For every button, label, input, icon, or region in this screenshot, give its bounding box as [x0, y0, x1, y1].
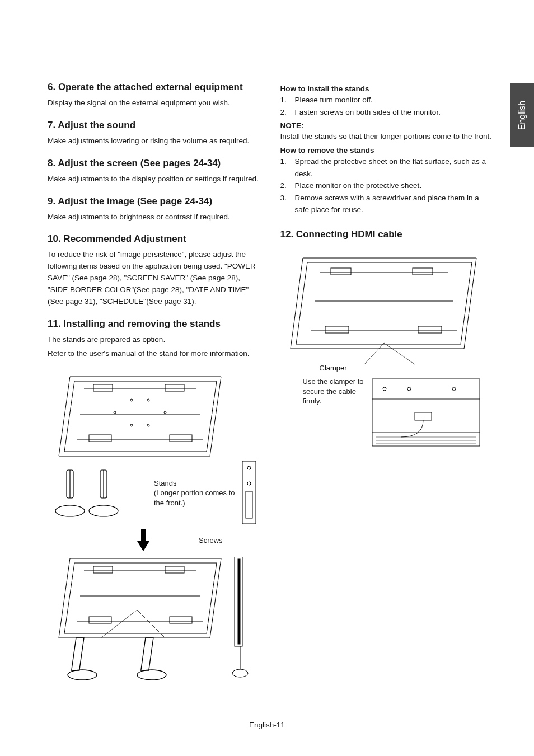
- section-10-body: To reduce the risk of "image persistence…: [48, 249, 263, 308]
- svg-rect-5: [93, 384, 113, 391]
- svg-point-61: [452, 387, 456, 391]
- svg-point-11: [130, 424, 133, 426]
- stands-figure: Stands (Longer portion comes to the fron…: [48, 372, 263, 685]
- svg-rect-31: [93, 566, 113, 573]
- stands-label-box: Stands (Longer portion comes to the fron…: [154, 478, 243, 508]
- svg-point-60: [407, 387, 411, 391]
- svg-point-36: [68, 670, 97, 680]
- list-item: 3.Remove screws with a screwdriver and p…: [280, 192, 495, 216]
- svg-rect-53: [418, 326, 442, 333]
- right-column: How to install the stands 1.Please turn …: [280, 81, 495, 685]
- svg-rect-6: [165, 384, 184, 391]
- note-body: Install the stands so that their longer …: [280, 131, 495, 143]
- stands-note: (Longer portion comes to the front.): [154, 488, 243, 508]
- svg-rect-34: [170, 617, 192, 623]
- install-steps: 1.Please turn monitor off. 2.Fasten scre…: [280, 94, 495, 118]
- language-tab: English: [510, 83, 534, 147]
- svg-point-23: [247, 482, 251, 485]
- svg-rect-21: [242, 461, 256, 524]
- language-tab-label: English: [517, 100, 527, 129]
- list-item: 2.Place monitor on the protective sheet.: [280, 180, 495, 192]
- svg-point-14: [164, 411, 166, 414]
- note-heading: NOTE:: [280, 121, 495, 130]
- section-12-title: 12. Connecting HDMI cable: [280, 228, 495, 241]
- svg-marker-26: [59, 558, 221, 638]
- svg-rect-50: [331, 268, 351, 275]
- svg-rect-62: [415, 412, 432, 420]
- svg-rect-37: [141, 638, 153, 670]
- monitor-side-view-icon: [232, 557, 255, 680]
- section-7-title: 7. Adjust the sound: [48, 119, 263, 132]
- section-9-title: 9. Adjust the image (See page 24-34): [48, 195, 263, 208]
- svg-line-55: [384, 343, 415, 364]
- list-item: 2.Fasten screws on both sides of the mon…: [280, 106, 495, 119]
- section-10-title: 10. Recommended Adjustment: [48, 233, 263, 246]
- hdmi-figure: Clamper Use the clamper to secure the ca…: [280, 253, 495, 455]
- screws-label: Screws: [199, 536, 223, 546]
- section-7-body: Make adjustments lowering or rising the …: [48, 135, 263, 147]
- hdmi-monitor-back-icon: [286, 253, 482, 365]
- arrow-down-icon: [137, 529, 149, 551]
- remove-steps: 1.Spread the protective sheet on the fla…: [280, 156, 495, 216]
- svg-point-44: [232, 669, 248, 677]
- svg-rect-35: [72, 638, 84, 670]
- monitor-with-stands-icon: [53, 554, 238, 683]
- section-6-title: 6. Operate the attached external equipme…: [48, 81, 263, 94]
- two-column-layout: 6. Operate the attached external equipme…: [48, 81, 495, 685]
- clamper-label: Clamper: [320, 363, 347, 373]
- svg-point-22: [247, 466, 251, 469]
- svg-rect-32: [165, 566, 184, 573]
- section-8-body: Make adjustments to the display position…: [48, 173, 263, 185]
- clamper-note: Use the clamper to secure the cable firm…: [303, 377, 370, 406]
- left-column: 6. Operate the attached external equipme…: [48, 81, 263, 685]
- svg-point-59: [383, 387, 386, 391]
- svg-marker-45: [291, 258, 476, 349]
- list-item: 1.Spread the protective sheet on the fla…: [280, 156, 495, 180]
- svg-rect-24: [246, 491, 252, 518]
- svg-marker-0: [59, 377, 221, 456]
- svg-point-20: [89, 505, 118, 516]
- svg-point-13: [114, 411, 116, 414]
- svg-marker-27: [64, 563, 217, 633]
- section-8-title: 8. Adjust the screen (See pages 24-34): [48, 157, 263, 170]
- svg-rect-7: [89, 435, 111, 442]
- stands-label: Stands: [154, 478, 243, 489]
- section-11-body1: The stands are prepared as option.: [48, 334, 263, 346]
- svg-point-17: [55, 505, 85, 516]
- svg-rect-42: [238, 559, 240, 644]
- svg-rect-33: [89, 617, 111, 623]
- svg-point-10: [147, 399, 149, 401]
- section-11-title: 11. Installing and removing the stands: [48, 318, 263, 331]
- section-9-body: Make adjustments to brightness or contra…: [48, 212, 263, 223]
- svg-rect-51: [413, 268, 433, 275]
- svg-point-38: [137, 670, 166, 680]
- svg-line-54: [364, 343, 384, 364]
- svg-rect-8: [170, 435, 192, 442]
- install-heading: How to install the stands: [280, 84, 495, 93]
- section-11-body2: Refer to the user's manual of the stand …: [48, 348, 263, 360]
- svg-marker-25: [137, 529, 149, 551]
- section-6-body: Display the signal on the external equip…: [48, 97, 263, 109]
- clamper-detail-icon: [370, 377, 482, 449]
- svg-rect-52: [325, 326, 349, 333]
- remove-heading: How to remove the stands: [280, 146, 495, 154]
- svg-marker-1: [64, 381, 217, 452]
- screw-column-icon: [238, 459, 260, 526]
- page-footer: English-11: [0, 721, 534, 729]
- list-item: 1.Please turn monitor off.: [280, 94, 495, 106]
- manual-page: English 6. Operate the attached external…: [0, 0, 534, 756]
- svg-marker-46: [296, 262, 472, 344]
- svg-point-9: [130, 399, 133, 401]
- monitor-back-diagram-icon: [53, 372, 227, 473]
- svg-point-12: [147, 424, 149, 426]
